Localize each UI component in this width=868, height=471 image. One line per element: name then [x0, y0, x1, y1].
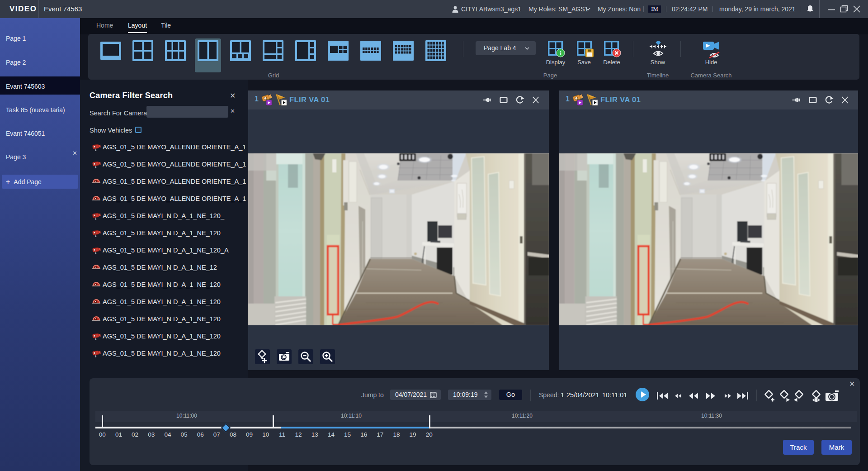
svg-text:i: i — [560, 50, 561, 57]
